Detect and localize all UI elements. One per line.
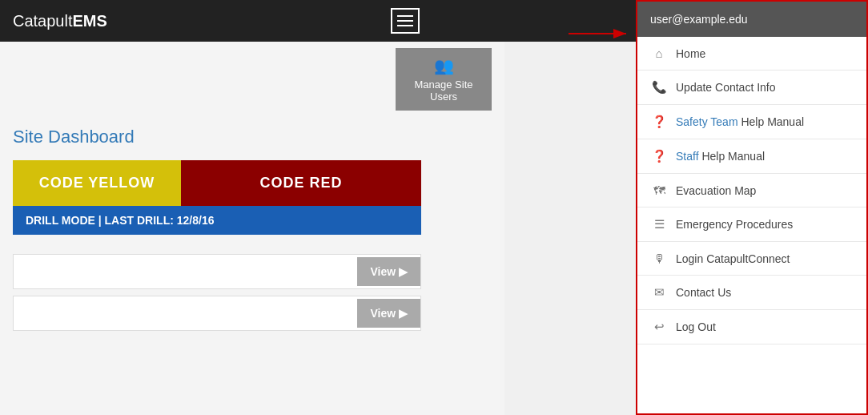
view-row-1: View ▶ bbox=[13, 254, 421, 289]
code-yellow-button[interactable]: CODE YELLOW bbox=[13, 160, 181, 206]
menu-item-contact-us[interactable]: ✉ Contact Us bbox=[637, 276, 866, 310]
phone-icon: 📞 bbox=[650, 80, 668, 95]
view-button-1[interactable]: View ▶ bbox=[357, 257, 420, 286]
manage-site-users-button[interactable]: 👥 Manage Site Users bbox=[396, 48, 492, 111]
drill-mode-bar: DRILL MODE | LAST DRILL: 12/8/16 bbox=[13, 206, 421, 235]
logout-icon: ↩ bbox=[650, 320, 668, 334]
view-button-2[interactable]: View ▶ bbox=[357, 299, 420, 328]
logo: CatapultEMS bbox=[13, 12, 107, 30]
menu-item-log-out-label: Log Out bbox=[676, 320, 716, 333]
manage-users-icon: 👥 bbox=[402, 56, 485, 75]
menu-item-evacuation-map[interactable]: 🗺 Evacuation Map bbox=[637, 174, 866, 208]
menu-button[interactable] bbox=[391, 8, 420, 34]
home-icon: ⌂ bbox=[650, 46, 668, 60]
code-buttons-group: CODE YELLOW CODE RED bbox=[13, 160, 492, 206]
menu-item-login-catapult-label: Login CatapultConnect bbox=[676, 252, 790, 265]
menu-item-emergency-procedures[interactable]: ☰ Emergency Procedures bbox=[637, 208, 866, 242]
page-title: Site Dashboard bbox=[13, 127, 492, 147]
map-icon: 🗺 bbox=[650, 183, 668, 197]
dropdown-menu: user@example.edu ⌂ Home 📞 Update Contact… bbox=[636, 0, 868, 415]
menu-item-staff-manual[interactable]: ❓ Staff Help Manual bbox=[637, 139, 866, 174]
menu-item-home[interactable]: ⌂ Home bbox=[637, 37, 866, 71]
menu-item-safety-manual[interactable]: ❓ Safety Team Help Manual bbox=[637, 105, 866, 139]
menu-item-staff-manual-label: Staff Help Manual bbox=[676, 150, 765, 163]
menu-item-update-contact[interactable]: 📞 Update Contact Info bbox=[637, 71, 866, 105]
view-row-2: View ▶ bbox=[13, 296, 421, 331]
menu-item-home-label: Home bbox=[676, 47, 705, 60]
code-red-button[interactable]: CODE RED bbox=[181, 160, 421, 206]
menu-item-log-out[interactable]: ↩ Log Out bbox=[637, 310, 866, 344]
menu-item-safety-manual-label: Safety Team Help Manual bbox=[676, 115, 804, 128]
envelope-icon: ✉ bbox=[650, 285, 668, 300]
drill-mode-label: DRILL MODE bbox=[26, 214, 95, 227]
list-icon: ☰ bbox=[650, 217, 668, 232]
view-rows: View ▶ View ▶ bbox=[13, 254, 492, 331]
last-drill-label: LAST DRILL: 12/8/16 bbox=[105, 214, 215, 227]
main-content: 👥 Manage Site Users Site Dashboard CODE … bbox=[0, 42, 504, 415]
question-circle-icon-2: ❓ bbox=[650, 149, 668, 163]
menu-item-evacuation-map-label: Evacuation Map bbox=[676, 184, 756, 197]
menu-item-emergency-procedures-label: Emergency Procedures bbox=[676, 218, 793, 231]
microphone-icon: 🎙 bbox=[650, 252, 668, 265]
menu-item-login-catapult[interactable]: 🎙 Login CatapultConnect bbox=[637, 242, 866, 276]
user-email: user@example.edu bbox=[637, 2, 866, 37]
menu-item-contact-us-label: Contact Us bbox=[676, 286, 731, 299]
question-circle-icon: ❓ bbox=[650, 115, 668, 129]
manage-users-label: Manage Site Users bbox=[415, 79, 473, 103]
menu-item-update-contact-label: Update Contact Info bbox=[676, 81, 776, 94]
